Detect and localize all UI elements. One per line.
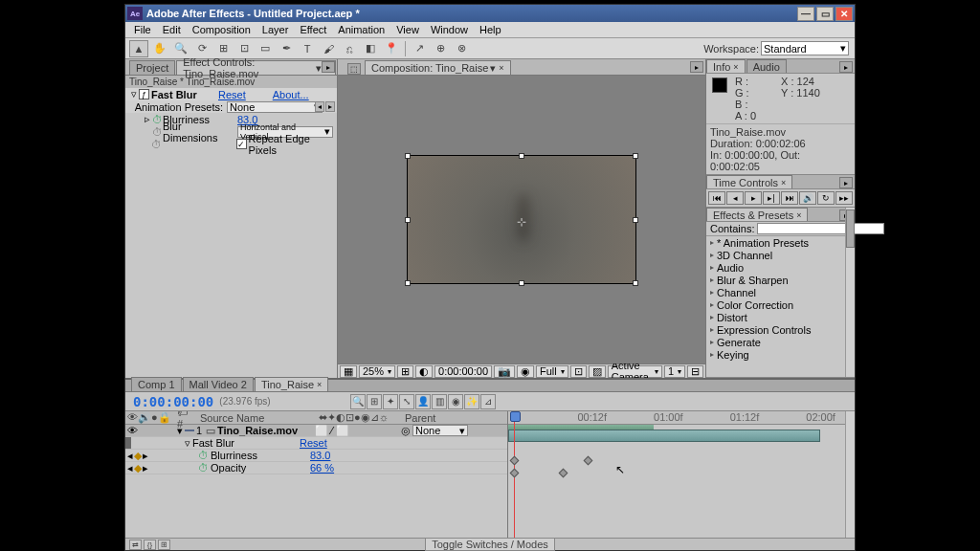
- motion-blur-icon[interactable]: ◉: [448, 394, 463, 409]
- panel-menu-icon[interactable]: ▸: [839, 177, 853, 188]
- menu-effect[interactable]: Effect: [295, 24, 331, 35]
- toggle-switches-icon[interactable]: ⇄: [129, 540, 142, 550]
- zoom-dropdown[interactable]: 25%: [359, 365, 395, 378]
- shy-icon[interactable]: 👤: [415, 394, 431, 409]
- resize-handle[interactable]: [405, 280, 411, 286]
- menu-layer[interactable]: Layer: [257, 24, 294, 35]
- play-button[interactable]: ▸: [745, 191, 762, 205]
- resolution-dropdown[interactable]: Full: [536, 365, 568, 378]
- comp-canvas[interactable]: ⊹: [407, 155, 636, 284]
- source-name-header[interactable]: Source Name: [198, 412, 317, 424]
- current-time[interactable]: 0:00:00:00: [434, 365, 492, 378]
- layer-color-label[interactable]: [185, 430, 194, 431]
- brush-tool-icon[interactable]: 🖌: [319, 40, 338, 57]
- resize-handle[interactable]: [633, 153, 638, 159]
- timeline-timecode[interactable]: 0:00:00:00: [133, 394, 213, 409]
- rotate-tool-icon[interactable]: ⟳: [192, 40, 212, 57]
- stopwatch-icon[interactable]: ⏱: [152, 126, 163, 138]
- workspace-dropdown[interactable]: Standard▾: [761, 41, 849, 55]
- next-keyframe-icon[interactable]: ▸: [143, 450, 148, 462]
- snapshot-icon[interactable]: 📷: [494, 365, 515, 378]
- graph-editor-icon[interactable]: ⊿: [480, 394, 496, 409]
- tab-mall-video[interactable]: Mall Video 2: [183, 377, 254, 391]
- stopwatch-icon[interactable]: ⏱: [198, 450, 209, 461]
- menu-animation[interactable]: Animation: [333, 24, 390, 35]
- menu-composition[interactable]: Composition: [188, 24, 256, 35]
- audio-button[interactable]: 🔊: [799, 191, 816, 205]
- safe-zones-icon[interactable]: ⊞: [397, 365, 413, 378]
- preset-folder[interactable]: ▸Channel: [706, 286, 855, 298]
- parent-dropdown[interactable]: None▾: [412, 425, 468, 436]
- add-keyframe-icon[interactable]: ◆: [134, 450, 142, 462]
- twirl-right-icon[interactable]: ▹: [143, 113, 152, 125]
- preset-folder[interactable]: ▸Color Correction: [706, 298, 855, 311]
- timeline-opacity-value[interactable]: 66 %: [310, 462, 334, 474]
- views-dropdown[interactable]: 1: [664, 365, 685, 378]
- prev-keyframe-icon[interactable]: ◂: [127, 450, 133, 462]
- prev-preset-icon[interactable]: ◂: [315, 101, 324, 112]
- resize-handle[interactable]: [405, 153, 411, 159]
- keyframe-icon[interactable]: [583, 456, 592, 466]
- layer-av-toggles[interactable]: 👁: [125, 425, 175, 436]
- local-axis-icon[interactable]: ↗: [410, 40, 429, 57]
- in-out-icon[interactable]: {}: [144, 540, 156, 550]
- frame-blend-icon[interactable]: ▥: [432, 394, 447, 409]
- preset-folder[interactable]: ▸3D Channel: [706, 249, 855, 261]
- first-frame-button[interactable]: ⏮: [708, 191, 725, 205]
- view-axis-icon[interactable]: ⊗: [452, 40, 471, 57]
- search-icon[interactable]: 🔍: [350, 394, 366, 409]
- last-frame-button[interactable]: ⏭: [781, 191, 798, 205]
- resize-handle[interactable]: [519, 153, 524, 159]
- camera-dropdown[interactable]: Active Camera: [608, 365, 662, 378]
- close-icon[interactable]: ×: [796, 210, 801, 220]
- brainstorm-icon[interactable]: ✨: [464, 394, 479, 409]
- next-keyframe-icon[interactable]: ▸: [143, 462, 148, 474]
- selection-tool-icon[interactable]: ▲: [129, 40, 148, 57]
- ram-preview-button[interactable]: ▸▸: [835, 191, 853, 205]
- stopwatch-icon[interactable]: ⏱: [198, 462, 209, 474]
- tab-effects-presets[interactable]: Effects & Presets×: [706, 208, 808, 221]
- draft-3d-icon[interactable]: ✦: [383, 394, 398, 409]
- comp-mini-flowchart-icon[interactable]: ⊞: [367, 394, 382, 409]
- keyframe-icon[interactable]: [510, 456, 520, 466]
- pixel-aspect-icon[interactable]: ⊟: [687, 365, 703, 378]
- tab-comp1[interactable]: Comp 1: [131, 377, 182, 391]
- stopwatch-icon[interactable]: ⏱: [151, 139, 162, 150]
- timeline-reset-link[interactable]: Reset: [300, 437, 327, 449]
- roi-icon[interactable]: ⊡: [570, 365, 587, 378]
- next-frame-button[interactable]: ▸|: [763, 191, 780, 205]
- menu-edit[interactable]: Edit: [158, 24, 186, 35]
- resize-handle[interactable]: [633, 217, 638, 223]
- zoom-tool-icon[interactable]: 🔍: [171, 40, 190, 57]
- preset-folder[interactable]: ▸Blur & Sharpen: [706, 274, 855, 286]
- tab-effect-controls[interactable]: Effect Controls: Tino_Raise.mov▾×: [176, 60, 336, 75]
- keyframe-icon[interactable]: [510, 469, 520, 478]
- timeline-blurriness-value[interactable]: 83.0: [310, 450, 330, 461]
- menu-help[interactable]: Help: [475, 24, 506, 35]
- hand-tool-icon[interactable]: ✋: [150, 40, 169, 57]
- close-icon[interactable]: ×: [499, 63, 503, 73]
- preset-folder[interactable]: ▸Expression Controls: [706, 323, 855, 336]
- timeline-ruler[interactable]: 00:12f 01:00f 01:12f 02:00f: [508, 411, 855, 425]
- close-icon[interactable]: ×: [781, 178, 786, 187]
- preset-folder[interactable]: ▸Audio: [706, 261, 855, 274]
- menu-window[interactable]: Window: [426, 24, 473, 35]
- type-tool-icon[interactable]: T: [298, 40, 317, 57]
- close-icon[interactable]: ×: [317, 380, 322, 389]
- clone-tool-icon[interactable]: ⎌: [340, 40, 359, 57]
- fx-enable-checkbox[interactable]: ƒ: [139, 89, 149, 99]
- prev-keyframe-icon[interactable]: ◂: [127, 462, 133, 474]
- tab-time-controls[interactable]: Time Controls×: [706, 175, 792, 188]
- animation-presets-dropdown[interactable]: None▾: [227, 101, 323, 113]
- panel-menu-icon[interactable]: ▸: [839, 61, 853, 73]
- preset-folder[interactable]: ▸Generate: [706, 336, 855, 348]
- pen-tool-icon[interactable]: ✒: [277, 40, 296, 57]
- tab-project[interactable]: Project: [129, 60, 175, 75]
- tab-tino-raise[interactable]: Tino_Raise×: [255, 377, 329, 391]
- panel-menu-icon[interactable]: ▸: [690, 61, 703, 73]
- resize-handle[interactable]: [633, 280, 638, 286]
- reset-link[interactable]: Reset: [218, 89, 246, 100]
- modes-icon[interactable]: ⊞: [158, 540, 170, 550]
- twirl-down-icon[interactable]: ▾: [175, 425, 185, 437]
- about-link[interactable]: About...: [273, 89, 309, 100]
